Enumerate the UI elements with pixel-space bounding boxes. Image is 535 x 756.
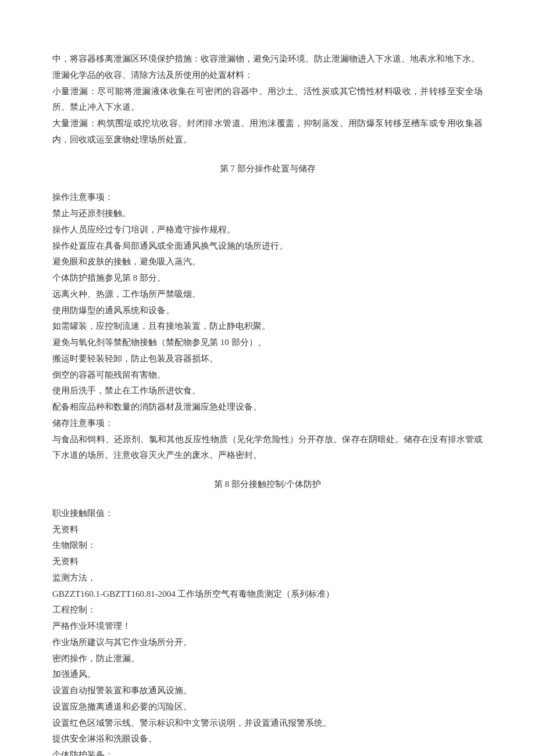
s8-p7: 工程控制：: [52, 602, 483, 618]
s7-p15: 储存注意事项：: [52, 415, 483, 432]
section-8-title: 第 8 部分接触控制/个体防护: [52, 476, 483, 493]
s6-p4: 大量泄漏：构筑围堤或挖坑收容。封闭排水管道。用泡沫覆盖，抑制蒸发。用防爆泵转移至…: [52, 116, 483, 148]
s7-p11: 搬运时要轻装轻卸，防止包装及容器损坏。: [52, 351, 483, 367]
s8-p9: 作业场所建议与其它作业场所分开。: [52, 635, 483, 651]
s8-p4: 无资料: [52, 554, 483, 570]
s7-p8: 使用防爆型的通风系统和设备。: [52, 303, 483, 319]
s6-p3: 小量泄漏：尽可能将泄漏液体收集在可密闭的容器中。用沙土、活性炭或其它惰性材料吸收…: [52, 84, 483, 116]
s8-p3: 生物限制：: [52, 538, 483, 554]
s6-p2: 泄漏化学品的收容、清除方法及所使用的处置材料：: [52, 67, 483, 84]
s7-p5: 避免眼和皮肤的接触，避免吸入蒸汽。: [52, 254, 483, 270]
s7-p4: 操作处置应在具备局部通风或全面通风换气设施的场所进行。: [52, 238, 483, 255]
s7-p7: 远离火种、热源，工作场所严禁吸烟。: [52, 286, 483, 303]
s7-p13: 使用后洗手，禁止在工作场所进饮食。: [52, 383, 483, 399]
s8-p6: GBZZT160.1-GBZTT160.81-2004 工作场所空气有毒物质测定…: [52, 586, 483, 603]
s8-p10: 密闭操作，防止泄漏。: [52, 651, 483, 667]
s7-p12: 倒空的容器可能残留有害物。: [52, 367, 483, 384]
s8-p15: 提供安全淋浴和洗眼设备。: [52, 731, 483, 747]
section-7-title: 第 7 部分操作处置与储存: [52, 161, 483, 177]
s7-p1: 操作注意事项：: [52, 189, 483, 206]
s8-p1: 职业接触限值：: [52, 506, 483, 522]
s7-p16: 与食品和饲料、还原剂、氯和其他反应性物质（见化学危险性）分开存放。保存在阴暗处。…: [52, 432, 483, 464]
s8-p11: 加强通风。: [52, 667, 483, 683]
s8-p14: 设置红色区域警示线、警示标识和中文警示说明，并设置通讯报警系统。: [52, 715, 483, 732]
s8-p12: 设置自动报警装置和事故通风设施。: [52, 683, 483, 699]
s8-p2: 无资料: [52, 522, 483, 538]
s6-p1: 中，将容器移离泄漏区环境保护措施：收容泄漏物，避免污染环境。防止泄漏物进入下水道…: [52, 51, 483, 67]
s8-p13: 设置应急撤离通道和必要的泻险区。: [52, 699, 483, 715]
s7-p14: 配备相应品种和数量的消防器材及泄漏应急处理设备。: [52, 399, 483, 415]
s7-p2: 禁止与还原剂接触。: [52, 206, 483, 222]
s7-p9: 如需罐装，应控制流速，且有接地装置，防止静电积聚。: [52, 318, 483, 335]
s8-p16: 个体防护装备：: [52, 747, 483, 756]
s7-p10: 避免与氧化剂等禁配物接触（禁配物参见第 10 部分）。: [52, 335, 483, 351]
s8-p8: 严格作业环境管理！: [52, 618, 483, 635]
s8-p5: 监测方法，: [52, 570, 483, 586]
s7-p6: 个体防护措施参见第 8 部分。: [52, 270, 483, 286]
s7-p3: 操作人员应经过专门培训，严格遵守操作规程。: [52, 222, 483, 238]
